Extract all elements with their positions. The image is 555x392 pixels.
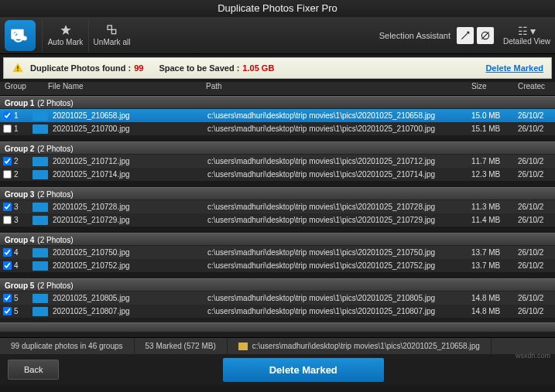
detailed-view-button[interactable]: ☷ ▾ Detailed View — [503, 25, 550, 46]
thumbnail-icon — [33, 261, 48, 271]
group-header[interactable]: Group 1(2 Photos) — [0, 96, 555, 109]
file-size: 15.0 MB — [471, 111, 518, 120]
svg-rect-4 — [108, 26, 111, 29]
table-row[interactable]: 120201025_210700.jpgc:\users\madhuri\des… — [0, 122, 555, 135]
group-header[interactable]: Group 5(2 Photos) — [0, 278, 555, 291]
thumbnail-icon — [33, 157, 48, 166]
window-title: Duplicate Photos Fixer Pro — [0, 0, 555, 17]
row-checkbox[interactable] — [3, 111, 12, 120]
row-checkbox[interactable] — [3, 203, 12, 211]
column-group[interactable]: Group — [0, 82, 28, 95]
row-index: 3 — [14, 216, 28, 224]
column-size[interactable]: Size — [471, 82, 518, 95]
table-row[interactable]: 520201025_210805.jpgc:\users\madhuri\des… — [0, 291, 555, 305]
table-row[interactable]: 320201025_210728.jpgc:\users\madhuri\des… — [0, 200, 555, 213]
table-row[interactable]: 220201025_210712.jpgc:\users\madhuri\des… — [0, 155, 555, 168]
status-marked: 53 Marked (572 MB) — [135, 338, 228, 354]
file-name: 20201025_210752.jpg — [53, 261, 207, 270]
back-button[interactable]: Back — [8, 360, 59, 380]
delete-marked-link[interactable]: Delete Marked — [485, 63, 543, 73]
file-date: 26/10/2 — [518, 157, 555, 165]
auto-mark-button[interactable]: Auto Mark — [42, 19, 88, 52]
table-row[interactable]: 120201025_210658.jpgc:\users\madhuri\des… — [0, 109, 555, 122]
file-name: 20201025_210807.jpg — [53, 307, 207, 315]
row-checkbox[interactable] — [3, 216, 12, 224]
svg-rect-5 — [111, 29, 115, 33]
file-date: 26/10/2 — [518, 294, 555, 302]
row-checkbox[interactable] — [3, 261, 12, 270]
file-size: 12.3 MB — [471, 170, 518, 179]
thumbnail-icon — [33, 124, 48, 134]
file-size: 13.7 MB — [471, 261, 518, 270]
file-path: c:\users\madhuri\desktop\trip movies\1\p… — [207, 216, 471, 224]
svg-rect-8 — [17, 66, 18, 69]
group-header[interactable]: Group 2(2 Photos) — [0, 141, 555, 155]
table-row[interactable]: 520201025_210807.jpgc:\users\madhuri\des… — [0, 305, 555, 318]
space-label: Space to be Saved : — [159, 63, 239, 73]
row-checkbox[interactable] — [3, 157, 12, 165]
table-row[interactable]: 320201025_210729.jpgc:\users\madhuri\des… — [0, 213, 555, 227]
file-name: 20201025_210728.jpg — [53, 203, 207, 211]
bottom-bar: Back Delete Marked — [0, 354, 555, 385]
group-header[interactable]: Group 3(2 Photos) — [0, 187, 555, 200]
info-bar: Duplicate Photos found : 99 Space to be … — [3, 57, 552, 79]
file-name: 20201025_210700.jpg — [53, 124, 207, 133]
file-path: c:\users\madhuri\desktop\trip movies\1\p… — [207, 307, 471, 315]
unmark-all-label: UnMark all — [94, 38, 131, 46]
thumbnail-icon — [33, 216, 48, 225]
file-size: 13.7 MB — [471, 248, 518, 257]
file-path: c:\users\madhuri\desktop\trip movies\1\p… — [207, 124, 471, 133]
group-header[interactable]: Group 4(2 Photos) — [0, 233, 555, 246]
row-checkbox[interactable] — [3, 307, 12, 315]
thumbnail-icon — [33, 111, 48, 121]
table-row[interactable]: 420201025_210750.jpgc:\users\madhuri\des… — [0, 246, 555, 259]
file-path: c:\users\madhuri\desktop\trip movies\1\p… — [207, 157, 471, 165]
file-date: 26/10/2 — [518, 261, 555, 270]
table-row[interactable]: 220201025_210714.jpgc:\users\madhuri\des… — [0, 168, 555, 181]
toolbar: Auto Mark UnMark all Selection Assistant… — [0, 17, 555, 54]
row-index: 3 — [14, 203, 28, 211]
warning-icon — [12, 62, 24, 74]
column-created[interactable]: Createc — [518, 82, 555, 95]
file-name: 20201025_210714.jpg — [53, 170, 207, 179]
column-path[interactable]: Path — [206, 82, 471, 95]
file-name: 20201025_210729.jpg — [53, 216, 207, 224]
detailed-view-label: Detailed View — [503, 37, 550, 46]
row-index: 4 — [14, 248, 28, 257]
file-path: c:\users\madhuri\desktop\trip movies\1\p… — [207, 170, 471, 179]
file-date: 26/10/2 — [518, 170, 555, 179]
selection-assistant-button-1[interactable] — [457, 27, 474, 44]
column-header-row: Group File Name Path Size Createc — [0, 82, 555, 96]
unmark-all-button[interactable]: UnMark all — [88, 19, 135, 52]
thumbnail-icon — [33, 170, 48, 179]
svg-point-2 — [22, 36, 27, 40]
space-value: 1.05 GB — [242, 63, 274, 73]
watermark: wsxdn.com — [516, 352, 550, 360]
file-date: 26/10/2 — [518, 307, 555, 315]
thumbnail-icon — [33, 294, 48, 303]
row-checkbox[interactable] — [3, 294, 12, 302]
selection-assistant-button-2[interactable] — [477, 27, 494, 44]
column-filename[interactable]: File Name — [28, 82, 206, 95]
file-size: 11.3 MB — [471, 203, 518, 211]
folder-icon — [238, 343, 248, 350]
results-list[interactable]: Group 1(2 Photos)120201025_210658.jpgc:\… — [0, 96, 555, 337]
selection-assistant-label: Selection Assistant — [379, 31, 451, 40]
table-row[interactable]: 420201025_210752.jpgc:\users\madhuri\des… — [0, 259, 555, 272]
file-path: c:\users\madhuri\desktop\trip movies\1\p… — [207, 111, 471, 120]
file-date: 26/10/2 — [518, 111, 555, 120]
file-name: 20201025_210805.jpg — [53, 294, 207, 302]
svg-marker-3 — [60, 25, 70, 35]
delete-marked-button[interactable]: Delete Marked — [223, 358, 384, 382]
row-checkbox[interactable] — [3, 170, 12, 179]
file-date: 26/10/2 — [518, 248, 555, 257]
row-index: 5 — [14, 294, 28, 302]
file-size: 14.8 MB — [471, 307, 518, 315]
file-date: 26/10/2 — [518, 216, 555, 224]
found-count: 99 — [134, 63, 143, 73]
file-path: c:\users\madhuri\desktop\trip movies\1\p… — [207, 203, 471, 211]
svg-rect-9 — [17, 70, 18, 71]
row-checkbox[interactable] — [3, 248, 12, 257]
row-checkbox[interactable] — [3, 124, 12, 133]
thumbnail-icon — [33, 248, 48, 257]
